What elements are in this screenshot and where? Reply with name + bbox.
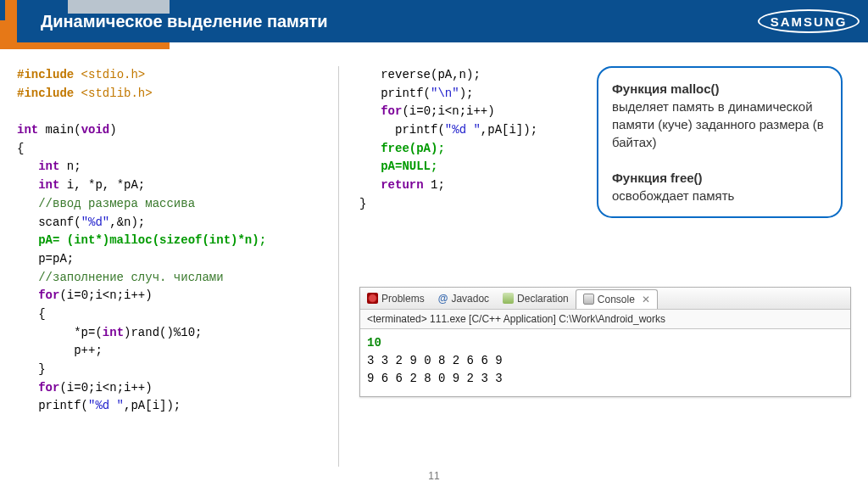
code-column-right: reverse(pA,n); printf("\n"); for(i=0;i<n… <box>339 66 860 467</box>
console-terminated-line: <terminated> 111.exe [C/C++ Application]… <box>360 310 850 329</box>
decoration-stripe <box>0 0 5 20</box>
tab-console[interactable]: Console ✕ <box>576 289 658 310</box>
orange-underline <box>0 42 170 49</box>
console-output: 10 3 3 2 9 0 8 2 6 6 9 9 6 6 2 8 0 9 2 3… <box>360 329 850 396</box>
problems-icon <box>367 293 378 304</box>
tab-console-label: Console <box>598 294 635 305</box>
console-icon <box>583 294 594 305</box>
brand-logo: SAMSUNG <box>732 0 868 42</box>
tab-problems-label: Problems <box>381 293 425 305</box>
tab-declaration-label: Declaration <box>517 293 569 305</box>
tab-javadoc-label: Javadoc <box>451 293 489 305</box>
brand-text: SAMSUNG <box>771 14 848 29</box>
content-area: #include <stdio.h> #include <stdlib.h> i… <box>0 42 868 467</box>
tab-problems[interactable]: Problems <box>360 289 431 308</box>
code-column-left: #include <stdio.h> #include <stdlib.h> i… <box>17 66 339 467</box>
info-paragraph-1: Функция malloc() выделяет память в динам… <box>612 80 827 151</box>
console-panel: Problems @ Javadoc Declaration Console ✕… <box>359 287 851 397</box>
console-output-line-2: 9 6 6 2 8 0 9 2 3 3 <box>367 370 843 388</box>
javadoc-icon: @ <box>438 293 448 305</box>
tab-declaration[interactable]: Declaration <box>496 289 576 308</box>
declaration-icon <box>503 293 514 304</box>
console-input-line: 10 <box>367 334 843 352</box>
tab-javadoc[interactable]: @ Javadoc <box>431 289 496 308</box>
console-tabstrip: Problems @ Javadoc Declaration Console ✕ <box>360 288 850 310</box>
close-icon[interactable]: ✕ <box>642 294 650 305</box>
code-block-left: #include <stdio.h> #include <stdlib.h> i… <box>17 66 330 416</box>
page-number: 11 <box>428 470 439 482</box>
decoration-gray <box>68 0 170 14</box>
info-callout: Функция malloc() выделяет память в динам… <box>597 66 843 218</box>
info-paragraph-2: Функция free() освобождает память <box>612 169 827 204</box>
console-output-line-1: 3 3 2 9 0 8 2 6 6 9 <box>367 352 843 370</box>
